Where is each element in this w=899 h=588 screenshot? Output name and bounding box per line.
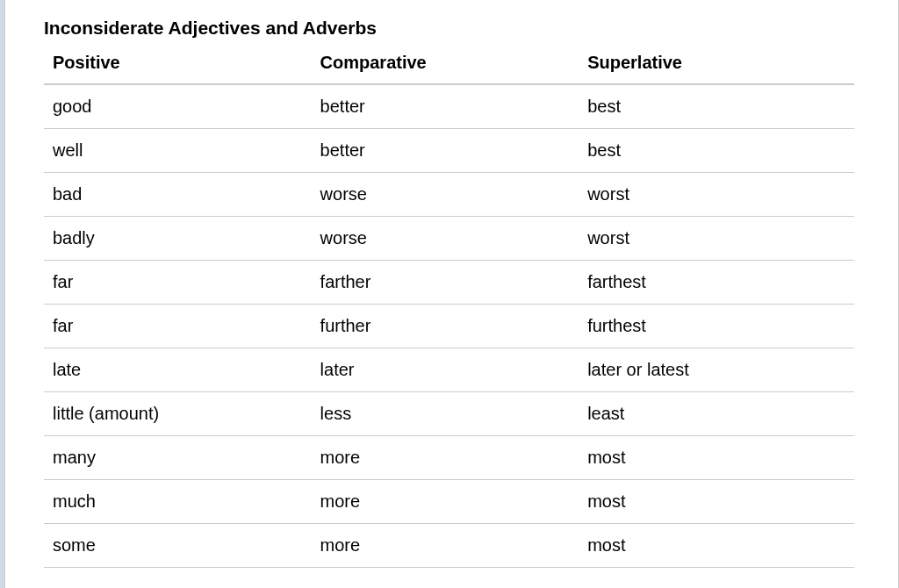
table-row: much more most <box>44 480 854 524</box>
cell-positive: good <box>44 84 312 129</box>
cell-superlative: farthest <box>579 261 854 305</box>
cell-positive: late <box>44 348 312 392</box>
cell-comparative: better <box>312 129 579 173</box>
cell-comparative: worse <box>312 217 579 261</box>
cell-superlative: worst <box>579 173 854 217</box>
cell-comparative: further <box>312 305 579 348</box>
cell-superlative: later or latest <box>579 348 854 392</box>
table-row: well better best <box>44 129 854 173</box>
adjectives-table: Positive Comparative Superlative good be… <box>44 47 854 568</box>
table-row: little (amount) less least <box>44 392 854 436</box>
header-comparative: Comparative <box>312 47 579 84</box>
table-row: late later later or latest <box>44 348 854 392</box>
table-header-row: Positive Comparative Superlative <box>44 47 854 84</box>
table-row: badly worse worst <box>44 217 854 261</box>
cell-positive: many <box>44 436 312 480</box>
cell-comparative: more <box>312 480 579 524</box>
table-row: many more most <box>44 436 854 480</box>
table-row: far further furthest <box>44 305 854 348</box>
cell-comparative: better <box>312 84 579 129</box>
cell-comparative: later <box>312 348 579 392</box>
cell-superlative: best <box>579 84 854 129</box>
cell-positive: bad <box>44 173 312 217</box>
cell-superlative: worst <box>579 217 854 261</box>
cell-comparative: worse <box>312 173 579 217</box>
cell-positive: badly <box>44 217 312 261</box>
cell-superlative: most <box>579 480 854 524</box>
header-superlative: Superlative <box>579 47 854 84</box>
table-row: bad worse worst <box>44 173 854 217</box>
cell-superlative: most <box>579 524 854 568</box>
table-title: Inconsiderate Adjectives and Adverbs <box>44 18 854 39</box>
header-positive: Positive <box>44 47 312 84</box>
table-row: far farther farthest <box>44 261 854 305</box>
cell-comparative: farther <box>312 261 579 305</box>
content-area: Inconsiderate Adjectives and Adverbs Pos… <box>5 0 898 568</box>
cell-superlative: most <box>579 436 854 480</box>
cell-comparative: more <box>312 436 579 480</box>
cell-comparative: more <box>312 524 579 568</box>
cell-superlative: least <box>579 392 854 436</box>
cell-positive: little (amount) <box>44 392 312 436</box>
cell-comparative: less <box>312 392 579 436</box>
cell-positive: far <box>44 305 312 348</box>
cell-positive: some <box>44 524 312 568</box>
table-body: good better best well better best bad wo… <box>44 84 854 568</box>
cell-positive: well <box>44 129 312 173</box>
cell-superlative: furthest <box>579 305 854 348</box>
cell-positive: much <box>44 480 312 524</box>
cell-superlative: best <box>579 129 854 173</box>
cell-positive: far <box>44 261 312 305</box>
document-frame: Inconsiderate Adjectives and Adverbs Pos… <box>4 0 899 588</box>
table-row: some more most <box>44 524 854 568</box>
table-row: good better best <box>44 84 854 129</box>
